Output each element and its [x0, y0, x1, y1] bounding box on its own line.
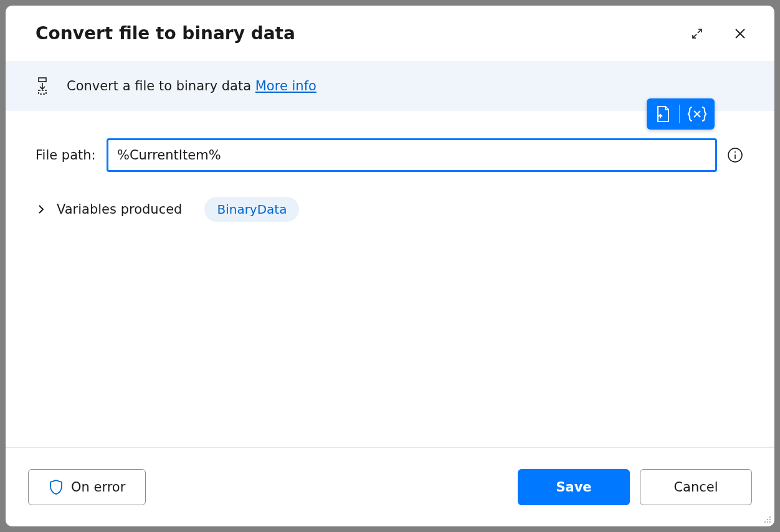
variables-produced-label: Variables produced: [57, 202, 182, 217]
file-path-label: File path:: [36, 148, 98, 163]
variable-chip-binarydata[interactable]: BinaryData: [204, 197, 299, 222]
close-icon: [733, 27, 747, 40]
on-error-label: On error: [71, 480, 125, 495]
on-error-button[interactable]: On error: [28, 469, 146, 505]
maximize-button[interactable]: [688, 25, 706, 42]
convert-file-dialog: Convert file to binary data: [6, 6, 774, 526]
insert-variable-button[interactable]: [686, 104, 708, 124]
variable-icon: [687, 105, 707, 123]
save-button[interactable]: Save: [518, 469, 630, 505]
svg-point-8: [767, 521, 768, 523]
variables-expand-button[interactable]: [36, 203, 47, 216]
resize-grip-icon[interactable]: [763, 515, 772, 524]
dialog-footer: On error Save Cancel: [6, 447, 774, 526]
svg-point-7: [764, 521, 766, 523]
dialog-header: Convert file to binary data: [6, 6, 774, 61]
action-icon: [36, 77, 49, 95]
info-icon: [727, 147, 743, 163]
banner-description: Convert a file to binary data: [67, 78, 251, 93]
cancel-button[interactable]: Cancel: [640, 469, 752, 505]
info-banner: Convert a file to binary data More info: [6, 61, 774, 111]
svg-point-5: [767, 519, 768, 520]
banner-text: Convert a file to binary data More info: [67, 78, 316, 93]
variables-produced-row: Variables produced BinaryData: [36, 197, 744, 222]
file-path-info-button[interactable]: [726, 146, 744, 164]
shield-icon: [49, 479, 64, 495]
more-info-link[interactable]: More info: [255, 78, 316, 93]
svg-rect-0: [39, 78, 46, 82]
svg-rect-1: [39, 90, 46, 94]
dialog-title: Convert file to binary data: [36, 23, 688, 44]
dialog-content: File path: Variables produced BinaryData: [6, 111, 774, 447]
svg-point-6: [769, 519, 771, 520]
chevron-right-icon: [37, 204, 45, 214]
file-path-input[interactable]: [107, 138, 717, 172]
header-actions: [688, 24, 749, 43]
svg-point-4: [769, 516, 771, 518]
toolbar-divider: [679, 105, 680, 123]
file-path-row: File path:: [36, 138, 744, 172]
svg-point-9: [769, 521, 771, 523]
input-helper-toolbar: [647, 98, 715, 130]
close-button[interactable]: [731, 24, 749, 43]
file-icon: [654, 105, 672, 123]
select-file-button[interactable]: [653, 103, 673, 125]
expand-icon: [691, 27, 703, 40]
svg-point-3: [735, 151, 736, 153]
